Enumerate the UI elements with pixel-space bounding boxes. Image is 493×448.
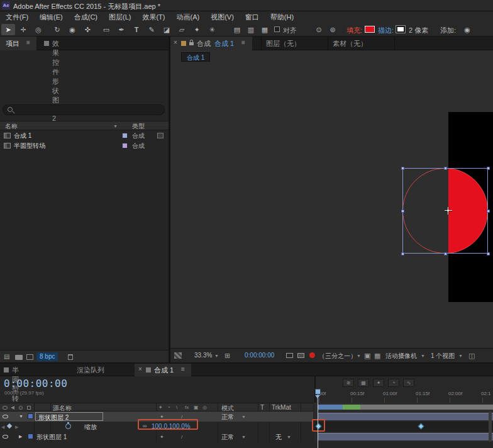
stroke-color-swatch[interactable] xyxy=(396,26,405,33)
twirl-down-icon[interactable]: ▼ xyxy=(19,414,23,418)
menu-file[interactable]: 文件(F) xyxy=(0,11,34,23)
chevron-down-icon[interactable]: ▼ xyxy=(214,354,219,358)
text-tool-icon[interactable]: T xyxy=(130,24,143,35)
chevron-down-icon[interactable]: ▼ xyxy=(241,415,246,419)
tab-layer-viewer[interactable]: 图层（无） xyxy=(266,39,301,48)
tab-comp-timeline[interactable]: × 合成 1 ≡ xyxy=(135,364,191,376)
show-snapshot-icon[interactable] xyxy=(297,353,304,358)
quality-switch-icon[interactable]: / xyxy=(181,414,182,420)
search-input[interactable] xyxy=(3,104,165,115)
hand-tool-icon[interactable]: ✛ xyxy=(16,24,30,35)
fill-label[interactable]: 填充: xyxy=(346,26,362,35)
chevron-down-icon[interactable]: ▼ xyxy=(421,354,425,358)
eye-icon[interactable] xyxy=(3,435,8,439)
resolution-select[interactable]: （三分之一） xyxy=(319,352,357,361)
eraser-tool-icon[interactable]: ▱ xyxy=(175,24,189,35)
project-item-name[interactable]: 合成 1 xyxy=(14,132,31,140)
camera-select[interactable]: 活动摄像机 xyxy=(385,352,417,361)
close-icon[interactable]: × xyxy=(138,366,142,372)
draft-3d-icon[interactable]: ▦ xyxy=(358,379,369,387)
clone-stamp-tool-icon[interactable]: ◪ xyxy=(160,24,174,35)
view-layout-select[interactable]: 1 个视图 xyxy=(431,352,455,361)
panel-menu-icon[interactable]: ≡ xyxy=(181,366,185,372)
selection-tool-icon[interactable]: ➤ xyxy=(1,24,15,35)
layer-label-chip[interactable] xyxy=(28,413,33,419)
close-icon[interactable]: × xyxy=(174,40,177,46)
roi-icon[interactable]: ▣ xyxy=(364,352,370,359)
eye-icon[interactable] xyxy=(3,415,8,418)
menu-composition[interactable]: 合成(C) xyxy=(69,11,103,23)
col-trkmat[interactable]: TrkMat xyxy=(272,404,291,411)
motion-blur-icon[interactable]: ◔ xyxy=(388,379,399,387)
next-keyframe-icon[interactable]: ▶ xyxy=(15,425,18,430)
pen-tool-icon[interactable]: ✒ xyxy=(114,24,128,35)
axis-local-icon[interactable]: ▤ xyxy=(230,24,244,35)
layer-name[interactable]: 形状图层 1 xyxy=(36,433,67,442)
pan-behind-tool-icon[interactable]: ✜ xyxy=(80,24,94,35)
blend-mode-select[interactable]: 正常 xyxy=(221,433,234,442)
menu-animation[interactable]: 动画(A) xyxy=(171,11,206,23)
label-color-swatch[interactable] xyxy=(122,133,128,138)
snapshot-icon[interactable] xyxy=(286,353,293,358)
layer-duration-bar[interactable] xyxy=(318,433,493,440)
layer-label-chip[interactable] xyxy=(28,434,33,439)
layer-name[interactable]: 形状图层 2 xyxy=(38,413,69,422)
menu-window[interactable]: 窗口 xyxy=(240,11,265,23)
stroke-label[interactable]: 描边: xyxy=(378,26,394,35)
tab-render-queue[interactable]: 渲染队列 xyxy=(77,366,104,375)
brush-tool-icon[interactable]: ✎ xyxy=(145,24,158,35)
frame-blend-icon[interactable]: ✦ xyxy=(373,379,384,387)
snap-checkbox[interactable] xyxy=(274,26,280,32)
project-item-name[interactable]: 半圆型转场 xyxy=(14,142,45,150)
work-area-segment-green[interactable] xyxy=(343,405,360,410)
trkmat-select[interactable]: 无 xyxy=(275,433,282,442)
work-area-segment-blue[interactable] xyxy=(318,405,343,410)
grid-guides-icon[interactable]: ▦ xyxy=(374,352,380,359)
shy-toggle-icon[interactable]: ≋ xyxy=(343,379,354,387)
time-ruler[interactable]: ≋ ▦ ✦ ◔ ∿ :00f 00:15f 01:00f 01:15f 02:0… xyxy=(314,376,493,403)
timeline-timecode[interactable]: 0:00:00:00 xyxy=(4,378,67,389)
graph-editor-icon[interactable]: ∿ xyxy=(403,379,414,387)
twirl-right-icon[interactable]: ▶ xyxy=(19,434,22,439)
layer-switch-icon[interactable]: ✦ xyxy=(160,434,164,440)
add-property-icon[interactable]: ◉ xyxy=(460,24,474,35)
transparency-grid-icon[interactable] xyxy=(174,352,182,359)
menu-edit[interactable]: 编辑(E) xyxy=(34,11,69,23)
blend-mode-select[interactable]: 正常 xyxy=(221,413,234,422)
channels-icon[interactable] xyxy=(309,352,315,358)
zoom-select[interactable]: 33.3% xyxy=(194,352,212,359)
handle-top-mid[interactable] xyxy=(444,167,447,170)
handle-top-right[interactable] xyxy=(487,167,490,170)
menu-layer[interactable]: 图层(L) xyxy=(103,11,136,23)
menu-view[interactable]: 视图(V) xyxy=(205,11,240,23)
tab-footage-viewer[interactable]: 素材（无） xyxy=(333,39,367,48)
lock-icon[interactable] xyxy=(189,42,194,45)
rotation-tool-icon[interactable]: ↻ xyxy=(50,24,64,35)
chevron-down-icon[interactable]: ▼ xyxy=(357,354,361,358)
new-folder-icon[interactable] xyxy=(15,355,23,360)
add-keyframe-diamond-icon[interactable] xyxy=(7,423,12,428)
handle-mid-left[interactable] xyxy=(401,210,404,213)
prev-keyframe-icon[interactable]: ◀ xyxy=(1,425,4,430)
layer-name-box[interactable]: 形状图层 2 xyxy=(35,412,103,421)
shape-tool-icon[interactable]: ▭ xyxy=(99,24,113,35)
trash-icon[interactable] xyxy=(68,354,73,360)
handle-mid-right[interactable] xyxy=(487,210,490,213)
fill-color-swatch[interactable] xyxy=(365,26,375,33)
chevron-down-icon[interactable]: ▼ xyxy=(458,354,463,358)
handle-bottom-left[interactable] xyxy=(401,252,404,255)
viewer-canvas[interactable] xyxy=(170,63,493,348)
stroke-width-value[interactable]: 2 像素 xyxy=(409,26,428,35)
layer-switch-icon[interactable]: ✦ xyxy=(160,414,164,420)
layer-duration-bar[interactable] xyxy=(318,413,493,420)
timeline-scrollbar[interactable] xyxy=(489,412,492,442)
viewer-timecode[interactable]: 0:00:00:00 xyxy=(245,352,274,359)
roto-brush-tool-icon[interactable]: ✦ xyxy=(190,24,204,35)
menu-help[interactable]: 帮助(H) xyxy=(265,11,299,23)
project-row[interactable]: 合成 1 合成 xyxy=(0,131,169,141)
panel-menu-icon[interactable]: ≡ xyxy=(26,40,30,46)
axis-view-icon[interactable]: ▦ xyxy=(258,24,272,35)
label-color-swatch[interactable] xyxy=(122,143,128,148)
constrain-link-icon[interactable]: ∞ xyxy=(143,423,147,429)
new-comp-icon[interactable] xyxy=(26,354,33,360)
